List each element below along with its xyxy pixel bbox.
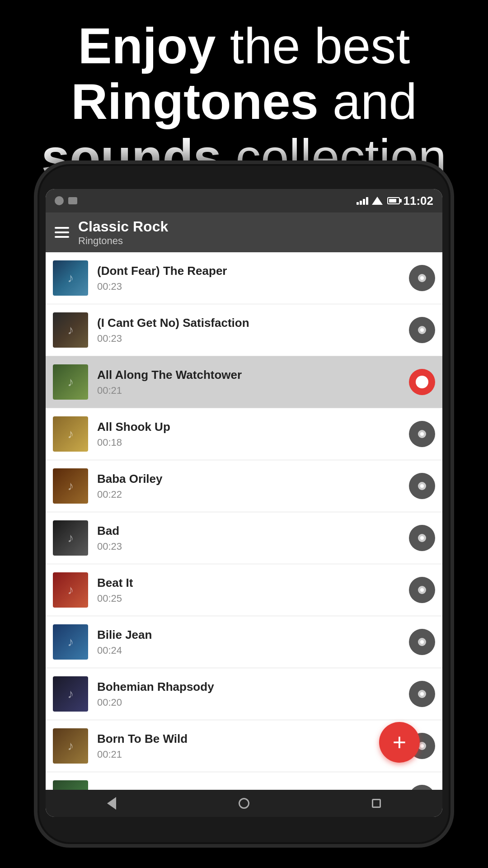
hero-enjoy: Enjoy — [78, 18, 216, 74]
status-right-icons: 11:02 — [357, 194, 434, 208]
album-art-8: ♪ — [53, 624, 88, 660]
add-fab-button[interactable]: + — [379, 722, 420, 763]
ringtone-item-5[interactable]: ♪Baba Oriley00:22 — [46, 460, 442, 512]
back-icon — [107, 797, 116, 810]
item-duration-2: 00:23 — [97, 333, 409, 344]
ringtone-item-7[interactable]: ♪Beat It00:25 — [46, 564, 442, 616]
play-button-1[interactable] — [409, 265, 435, 291]
item-title-10: Born To Be Wild — [97, 731, 409, 747]
item-info-5: Baba Oriley00:22 — [97, 472, 409, 500]
ringtone-item-1[interactable]: ♪(Dont Fear) The Reaper00:23 — [46, 252, 442, 304]
item-duration-10: 00:21 — [97, 749, 409, 760]
album-art-7: ♪ — [53, 572, 88, 608]
item-title-9: Bohemian Rhapsody — [97, 679, 409, 695]
app-title: Classic Rock — [78, 218, 433, 235]
status-left-icons — [55, 196, 77, 205]
back-button[interactable] — [100, 794, 123, 812]
album-art-5: ♪ — [53, 468, 88, 504]
ringtone-item-6[interactable]: ♪Bad00:23 — [46, 512, 442, 564]
album-art-4: ♪ — [53, 416, 88, 452]
item-duration-8: 00:24 — [97, 645, 409, 656]
item-duration-9: 00:20 — [97, 697, 409, 708]
hero-line2-rest: and — [319, 73, 417, 130]
app-subtitle: Ringtones — [78, 235, 433, 247]
play-button-5[interactable] — [409, 473, 435, 499]
play-button-8[interactable] — [409, 629, 435, 655]
item-info-2: (I Cant Get No) Satisfaction00:23 — [97, 316, 409, 344]
item-title-5: Baba Oriley — [97, 472, 409, 487]
album-art-1: ♪ — [53, 260, 88, 296]
item-info-9: Bohemian Rhapsody00:20 — [97, 679, 409, 708]
wifi-icon — [372, 197, 383, 205]
hamburger-line2 — [55, 231, 69, 233]
play-button-7[interactable] — [409, 577, 435, 603]
item-info-4: All Shook Up00:18 — [97, 420, 409, 448]
hamburger-line1 — [55, 227, 69, 229]
hero-line1-rest: the best — [216, 18, 410, 74]
item-duration-3: 00:21 — [97, 385, 409, 396]
recents-icon — [372, 799, 381, 808]
volume-up-button[interactable] — [34, 291, 37, 322]
album-art-6: ♪ — [53, 520, 88, 556]
ringtone-item-2[interactable]: ♪(I Cant Get No) Satisfaction00:23 — [46, 304, 442, 356]
status-bar: 11:02 — [46, 189, 442, 212]
play-icon-4 — [418, 430, 426, 438]
item-duration-5: 00:22 — [97, 489, 409, 500]
recents-button[interactable] — [365, 794, 388, 812]
item-info-3: All Along The Watchtower00:21 — [97, 368, 409, 396]
play-icon-6 — [418, 534, 426, 542]
play-button-9[interactable] — [409, 681, 435, 707]
ringtone-item-8[interactable]: ♪Bilie Jean00:24 — [46, 616, 442, 668]
play-button-2[interactable] — [409, 317, 435, 343]
menu-button[interactable] — [55, 227, 69, 238]
item-info-10: Born To Be Wild00:21 — [97, 731, 409, 760]
play-button-3[interactable] — [409, 369, 435, 395]
item-info-7: Beat It00:25 — [97, 576, 409, 604]
hamburger-line3 — [55, 236, 69, 238]
play-icon-7 — [418, 586, 426, 594]
ringtone-item-3[interactable]: ♪All Along The Watchtower00:21 — [46, 356, 442, 408]
app-bar-titles: Classic Rock Ringtones — [78, 218, 433, 247]
notification-icon-2 — [68, 197, 77, 204]
status-time: 11:02 — [404, 194, 434, 208]
ringtone-item-11[interactable]: ♪Bridge Over Troubled Water — [46, 772, 442, 790]
play-button-11[interactable] — [409, 785, 435, 790]
item-duration-1: 00:23 — [97, 281, 409, 292]
play-icon-2 — [418, 326, 426, 334]
play-icon-9 — [418, 690, 426, 698]
item-duration-7: 00:25 — [97, 593, 409, 604]
item-duration-6: 00:23 — [97, 541, 409, 552]
play-icon-1 — [418, 274, 426, 282]
item-title-3: All Along The Watchtower — [97, 368, 409, 383]
play-button-6[interactable] — [409, 525, 435, 551]
album-art-10: ♪ — [53, 728, 88, 764]
play-icon-5 — [418, 482, 426, 490]
play-button-4[interactable] — [409, 421, 435, 447]
item-title-7: Beat It — [97, 576, 409, 591]
signal-icon — [357, 197, 368, 205]
item-title-2: (I Cant Get No) Satisfaction — [97, 316, 409, 331]
item-title-6: Bad — [97, 524, 409, 539]
battery-fill — [389, 199, 396, 203]
battery-icon — [387, 197, 400, 204]
album-art-9: ♪ — [53, 676, 88, 712]
ringtone-list[interactable]: ♪(Dont Fear) The Reaper00:23♪(I Cant Get… — [46, 252, 442, 790]
app-bar: Classic Rock Ringtones — [46, 212, 442, 252]
home-button[interactable] — [233, 794, 255, 812]
ringtone-item-9[interactable]: ♪Bohemian Rhapsody00:20 — [46, 668, 442, 720]
power-button[interactable] — [451, 309, 454, 359]
home-icon — [239, 798, 249, 809]
album-art-11: ♪ — [53, 780, 88, 790]
fab-plus-icon: + — [393, 731, 406, 754]
album-art-2: ♪ — [53, 312, 88, 348]
ringtone-item-4[interactable]: ♪All Shook Up00:18 — [46, 408, 442, 460]
volume-down-button[interactable] — [34, 331, 37, 363]
item-info-1: (Dont Fear) The Reaper00:23 — [97, 264, 409, 292]
notification-icon-1 — [55, 196, 64, 205]
album-art-3: ♪ — [53, 364, 88, 400]
item-info-8: Bilie Jean00:24 — [97, 627, 409, 656]
item-duration-4: 00:18 — [97, 437, 409, 448]
item-info-6: Bad00:23 — [97, 524, 409, 552]
hero-ringtones: Ringtones — [71, 73, 319, 130]
play-icon-3 — [416, 376, 428, 388]
